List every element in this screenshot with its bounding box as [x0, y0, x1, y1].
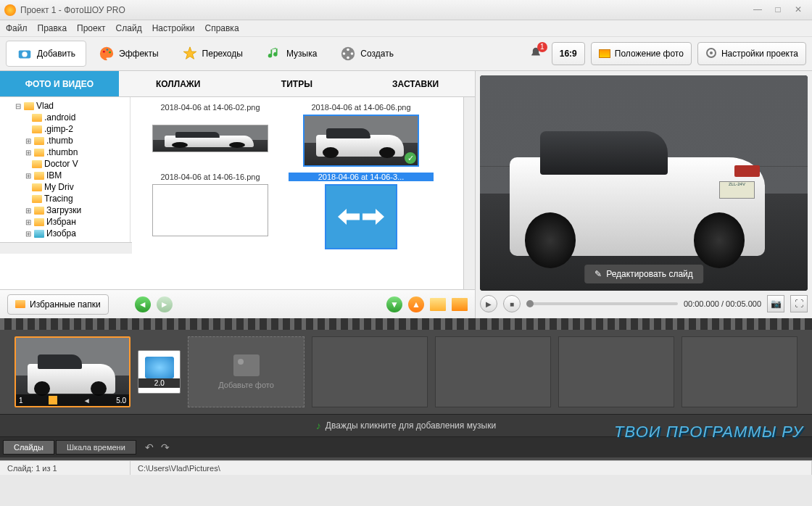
thumbs-v-scrollbar[interactable] [463, 97, 475, 289]
menu-file[interactable]: Файл [6, 23, 28, 33]
expander-icon[interactable]: ⊞ [25, 207, 32, 215]
bottom-tab-timeline[interactable]: Шкала времени [56, 440, 136, 455]
tree-root-label[interactable]: Vlad [36, 101, 54, 111]
redo-button[interactable]: ↷ [161, 441, 170, 453]
photo-position-label: Положение фото [615, 49, 684, 59]
transition-item[interactable]: 2.0 [138, 350, 181, 394]
tab-music[interactable]: Музыка [255, 41, 328, 67]
palette-icon [99, 46, 115, 62]
expander-icon[interactable]: ⊞ [25, 230, 32, 238]
seek-handle[interactable] [526, 300, 534, 307]
photo-position-button[interactable]: Положение фото [591, 42, 692, 65]
file-thumbnail[interactable]: ✓ [303, 115, 419, 167]
file-thumbnail[interactable] [152, 184, 268, 236]
close-button[interactable]: ✕ [789, 4, 808, 17]
snapshot-button[interactable]: 📷 [767, 295, 784, 312]
menu-edit[interactable]: Правка [38, 23, 67, 33]
tree-item-label[interactable]: My Driv [44, 182, 74, 192]
add-photo-placeholder[interactable]: Добавьте фото [188, 336, 304, 407]
expander-icon[interactable]: ⊞ [25, 218, 32, 226]
minimize-button[interactable]: — [748, 4, 767, 17]
file-name: 2018-04-06 at 14-06-06.png [289, 103, 434, 112]
tree-item-label[interactable]: Doctor V [44, 159, 78, 169]
notifications-button[interactable]: 1 [526, 43, 546, 64]
tree-item-label[interactable]: Tracing [44, 194, 73, 204]
expander-icon[interactable]: ⊟ [14, 102, 22, 110]
file-thumbnail[interactable] [325, 184, 397, 249]
timeline-track[interactable]: 1 ◄ 5.0 2.0 Добавьте фото [0, 330, 812, 414]
menu-settings[interactable]: Настройки [152, 23, 195, 33]
undo-button[interactable]: ↶ [145, 441, 154, 453]
tree-item-label[interactable]: .thumbn [46, 147, 78, 157]
timeline-slide[interactable]: 1 ◄ 5.0 [14, 336, 130, 407]
empty-slot[interactable] [682, 336, 798, 407]
transition-duration: 2.0 [138, 378, 180, 388]
tree-item-label[interactable]: Загрузки [46, 205, 81, 215]
arrow-down-icon[interactable]: ▼ [386, 296, 402, 312]
tab-effects-label: Эффекты [119, 49, 159, 59]
project-settings-button[interactable]: Настройки проекта [697, 42, 806, 65]
tree-h-scrollbar[interactable] [0, 242, 132, 254]
fullscreen-button[interactable]: ⛶ [790, 295, 808, 312]
menu-help[interactable]: Справка [204, 23, 239, 33]
star-icon [182, 46, 198, 62]
folder-tree[interactable]: ⊟Vlad .android .gimp-2 ⊞.thumb ⊞.thumbn … [0, 97, 130, 242]
tree-item-label[interactable]: .android [44, 112, 75, 123]
empty-slot[interactable] [558, 336, 674, 407]
pictures-folder-icon [34, 230, 44, 238]
file-thumbnail[interactable] [152, 125, 268, 152]
tree-item-label[interactable]: .gimp-2 [44, 124, 73, 134]
tree-item-label[interactable]: Изобра [46, 228, 76, 239]
menu-project[interactable]: Проект [77, 23, 106, 33]
expander-icon[interactable]: ⊞ [25, 149, 32, 157]
arrow-up-icon[interactable]: ▲ [408, 296, 424, 312]
nav-forward-button[interactable]: ► [157, 296, 173, 312]
menu-bar: Файл Правка Проект Слайд Настройки Справ… [0, 20, 812, 36]
folder-icon [34, 149, 44, 157]
empty-slot[interactable] [312, 336, 428, 407]
stop-button[interactable]: ■ [503, 295, 521, 312]
play-button[interactable]: ▶ [480, 295, 497, 312]
status-slide-count: Слайд: 1 из 1 [0, 461, 130, 475]
tab-add[interactable]: Добавить [6, 41, 86, 67]
tab-create-label: Создать [360, 49, 394, 59]
expander-icon[interactable]: ⊞ [25, 172, 32, 180]
edit-slide-button[interactable]: ✎ Редактировать слайд [584, 265, 703, 283]
empty-slot[interactable] [435, 336, 551, 407]
subtab-intros[interactable]: ЗАСТАВКИ [356, 71, 475, 97]
pencil-icon[interactable] [49, 396, 57, 405]
reel-icon [340, 46, 356, 62]
bottom-tab-slides[interactable]: Слайды [3, 440, 54, 455]
expander-icon[interactable]: ⊞ [25, 137, 32, 145]
open-folder-icon[interactable] [430, 298, 446, 311]
tree-item-label[interactable]: IBM [46, 170, 62, 181]
subtab-photo-video[interactable]: ФОТО И ВИДЕО [0, 71, 119, 97]
tree-item-label[interactable]: Избран [46, 217, 76, 227]
music-track[interactable]: ♪ Дважды кликните для добавления музыки [0, 414, 812, 437]
play-mini-icon[interactable]: ◄ [83, 397, 91, 405]
tab-transitions[interactable]: Переходы [171, 41, 254, 67]
svg-point-2 [103, 51, 105, 53]
camera-icon [17, 46, 33, 62]
folder-icon [34, 207, 44, 215]
subtab-collages[interactable]: КОЛЛАЖИ [119, 71, 238, 97]
tab-effects[interactable]: Эффекты [88, 41, 170, 67]
folder-icon [32, 195, 42, 203]
new-folder-icon[interactable] [452, 298, 468, 311]
aspect-ratio-button[interactable]: 16:9 [552, 42, 585, 65]
favorite-folders-button[interactable]: Избранные папки [7, 294, 109, 315]
svg-point-7 [351, 52, 354, 55]
tree-item-label[interactable]: .thumb [46, 136, 73, 146]
subtab-titles[interactable]: ТИТРЫ [238, 71, 357, 97]
image-icon [599, 49, 610, 58]
nav-back-button[interactable]: ◄ [135, 296, 151, 312]
maximize-button[interactable]: □ [768, 4, 787, 17]
folder-icon [32, 125, 42, 133]
tab-create[interactable]: Создать [329, 41, 405, 67]
arrow-right-icon [362, 209, 384, 225]
transition-icon [145, 357, 174, 378]
gear-icon [705, 47, 717, 61]
menu-slide[interactable]: Слайд [116, 23, 142, 33]
seek-bar[interactable] [526, 302, 678, 305]
arrow-left-icon [338, 209, 360, 225]
